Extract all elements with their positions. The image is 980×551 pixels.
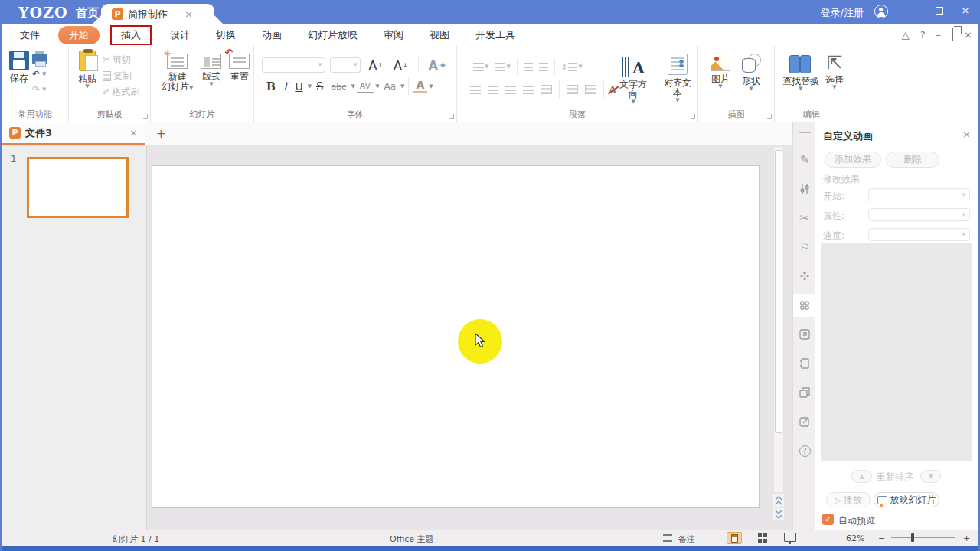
cut-button[interactable]: ✂ 剪切: [103, 53, 139, 67]
copy-pages-icon[interactable]: [793, 381, 816, 404]
select-button[interactable]: ⇱ 选择 ▼: [825, 54, 844, 91]
paste-button[interactable]: 粘贴 ▼: [78, 51, 96, 99]
menu-home[interactable]: 开始: [58, 26, 100, 44]
start-dropdown[interactable]: [868, 188, 970, 201]
reorder-down-button[interactable]: ▼: [920, 470, 941, 483]
property-dropdown[interactable]: [868, 208, 970, 221]
change-case-button[interactable]: Aa: [381, 80, 400, 93]
notebook-icon[interactable]: [793, 352, 816, 375]
normal-view-button[interactable]: [727, 532, 742, 544]
slide-page[interactable]: [152, 165, 760, 508]
distribute-button[interactable]: [538, 83, 554, 96]
new-slide-button[interactable]: ✳ 新建幻灯片▼: [162, 54, 193, 92]
notes-toggle[interactable]: 备注: [678, 533, 695, 545]
justify-button[interactable]: [521, 84, 536, 96]
app-tab-close-icon[interactable]: ×: [185, 8, 193, 20]
align-left-button[interactable]: [468, 84, 483, 96]
font-name-combobox[interactable]: [262, 57, 325, 73]
notes-split-icon[interactable]: [663, 534, 672, 542]
next-slide-button[interactable]: [773, 508, 784, 520]
app-document-tab[interactable]: P 简报制作 ×: [101, 4, 214, 24]
speed-dropdown[interactable]: [868, 228, 970, 241]
bullet-list-button[interactable]: ▼: [471, 61, 491, 73]
menu-devtools[interactable]: 开发工具: [468, 26, 523, 44]
document-tab-close-icon[interactable]: ×: [129, 127, 138, 139]
scrollbar-thumb[interactable]: [775, 150, 782, 433]
format-painter-button[interactable]: ✐ 格式刷: [103, 85, 139, 99]
copy-button[interactable]: 复制: [103, 69, 139, 83]
menu-insert[interactable]: 插入: [110, 25, 152, 45]
find-replace-button[interactable]: 查找替换 ▼: [782, 54, 819, 91]
window-maximize-icon[interactable]: [934, 5, 945, 17]
zoom-slider-track[interactable]: [891, 537, 956, 538]
increase-font-button[interactable]: A↑: [365, 57, 386, 73]
window-minimize-icon[interactable]: –: [908, 5, 919, 17]
slide-sorter-view-button[interactable]: [758, 533, 767, 543]
collapse-ribbon-icon[interactable]: △: [902, 29, 910, 41]
doc-restore-icon[interactable]: [952, 29, 953, 41]
print-icon[interactable]: [32, 54, 47, 64]
reorder-up-button[interactable]: ▲: [851, 470, 872, 483]
panel-close-icon[interactable]: ×: [962, 129, 971, 140]
compose-icon[interactable]: [793, 410, 816, 433]
redo-button[interactable]: ↷ ▼: [32, 83, 47, 96]
char-spacing-button[interactable]: AV: [357, 80, 374, 93]
numbered-list-button[interactable]: ▼: [492, 61, 512, 73]
help-icon[interactable]: ?: [920, 29, 926, 41]
layout-button[interactable]: 版式 ▼: [201, 54, 221, 92]
image-export-icon[interactable]: [793, 323, 816, 346]
animation-apps-icon[interactable]: [793, 294, 816, 317]
adjust-sliders-icon[interactable]: [793, 178, 816, 201]
animation-effect-list[interactable]: [821, 243, 972, 461]
slide-thumbnail[interactable]: [27, 157, 129, 218]
previous-slide-button[interactable]: [773, 494, 784, 507]
slideshow-view-button[interactable]: [784, 533, 796, 542]
menu-design[interactable]: 设计: [162, 26, 198, 44]
zoom-out-button[interactable]: −: [878, 533, 885, 543]
user-icon[interactable]: [874, 5, 888, 18]
auto-preview-checkbox[interactable]: ✓: [822, 514, 834, 525]
delete-effect-button[interactable]: 删除: [886, 152, 939, 168]
line-spacing-button[interactable]: ⇕▼: [559, 61, 585, 73]
align-right-button[interactable]: [503, 84, 518, 96]
document-tab-active[interactable]: P 文件3 ×: [2, 122, 145, 145]
text-effects-button[interactable]: A: [609, 84, 616, 96]
vertical-scrollbar[interactable]: [773, 146, 784, 493]
doc-close-icon[interactable]: ×: [964, 29, 972, 41]
show-slides-button[interactable]: 放映幻灯片: [874, 492, 939, 507]
decrease-indent-button[interactable]: [521, 61, 535, 73]
undo-button[interactable]: ↶ ▼: [32, 67, 47, 81]
menu-review[interactable]: 审阅: [376, 26, 411, 44]
zoom-slider-thumb[interactable]: [911, 533, 914, 542]
rotate-text-button[interactable]: [583, 83, 599, 96]
paragraph-dialog-launcher[interactable]: [691, 114, 695, 119]
clipboard-dialog-launcher[interactable]: [143, 114, 148, 119]
text-direction-button[interactable]: A 文字方向 ▼: [616, 54, 650, 104]
menu-slideshow[interactable]: 幻灯片放映: [300, 26, 365, 44]
panel-drag-handle[interactable]: [799, 129, 811, 133]
help-panel-icon[interactable]: ?: [793, 439, 816, 462]
edit-pen-icon[interactable]: ✎: [793, 148, 816, 171]
font-dialog-launcher[interactable]: [449, 114, 454, 119]
reset-button[interactable]: ↶ 重置: [229, 54, 250, 92]
zoom-in-button[interactable]: +: [963, 533, 970, 543]
strikethrough-button[interactable]: S: [313, 80, 327, 93]
bold-button[interactable]: B: [263, 80, 279, 93]
increase-indent-button[interactable]: [537, 61, 550, 73]
font-size-combobox[interactable]: [330, 57, 361, 73]
align-text-button[interactable]: 对齐文本 ▼: [661, 54, 694, 104]
menu-transition[interactable]: 切换: [208, 26, 243, 44]
menu-file[interactable]: 文件: [12, 26, 47, 44]
save-button[interactable]: 保存: [9, 51, 29, 96]
window-close-icon[interactable]: ×: [960, 5, 971, 17]
pinwheel-icon[interactable]: ✣: [793, 265, 816, 288]
add-effect-button[interactable]: 添加效果: [825, 152, 881, 168]
doc-minimize-icon[interactable]: –: [936, 29, 942, 41]
login-register-link[interactable]: 登录/注册: [821, 6, 864, 20]
illustration-dialog-launcher[interactable]: [767, 114, 772, 119]
tools-crossed-icon[interactable]: ✂: [793, 207, 816, 230]
strike-abc-button[interactable]: abc: [328, 81, 350, 93]
menu-view[interactable]: 视图: [422, 26, 457, 44]
italic-button[interactable]: I: [280, 80, 291, 93]
clear-format-button[interactable]: A✦: [425, 57, 450, 73]
